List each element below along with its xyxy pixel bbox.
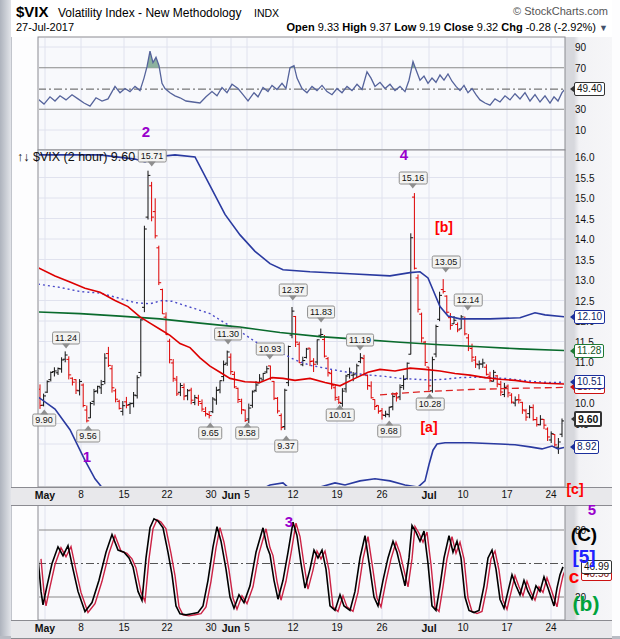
stockcharts-window: $VIX Volatility Index - New Methodology …	[0, 0, 620, 639]
main-chart-title: ↑↓ $VIX (2 hour) 9.60	[17, 150, 135, 164]
chart-canvas	[0, 0, 620, 639]
rsi-panel-frame	[38, 37, 565, 150]
